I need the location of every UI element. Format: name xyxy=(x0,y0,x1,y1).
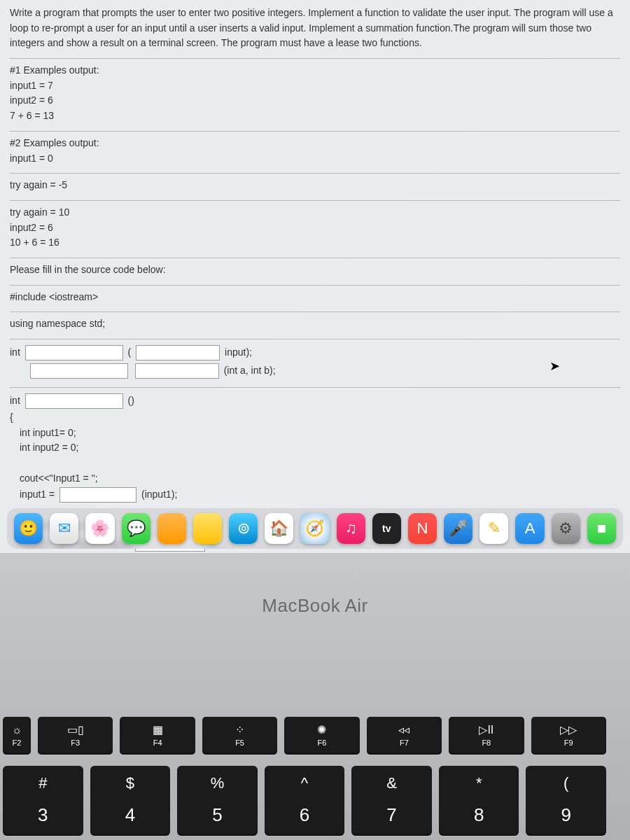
key-f7[interactable]: ◃◃ F7 xyxy=(367,717,442,755)
fast-forward-icon: ▷▷ xyxy=(560,724,577,736)
brightness-up-icon: ☼ xyxy=(12,724,22,736)
play-pause-icon: ▷II xyxy=(479,724,493,736)
keyboard-dim-icon: ⁘ xyxy=(235,724,244,736)
intro-text: Write a program that prompts the user to… xyxy=(10,6,620,51)
fill-instruction: Please fill in the source code below: xyxy=(10,262,620,278)
news-icon[interactable]: N xyxy=(408,513,437,544)
key-f2[interactable]: ☼ F2 xyxy=(3,717,31,755)
keyboard-bright-icon: ✺ xyxy=(317,724,326,736)
facetime-icon[interactable]: ■ xyxy=(587,513,616,544)
key-f8[interactable]: ▷II F8 xyxy=(449,717,524,755)
keynote-icon[interactable]: 🎤 xyxy=(444,513,472,544)
messages-icon[interactable]: 💬 xyxy=(122,513,150,544)
example2-heading: #2 Examples output: xyxy=(10,136,620,151)
key-4[interactable]: $ 4 xyxy=(90,766,171,836)
dock-app-yellow[interactable] xyxy=(193,513,222,544)
settings-icon[interactable]: ⚙ xyxy=(552,513,580,544)
example1-heading: #1 Examples output: xyxy=(10,63,620,78)
tv-icon[interactable]: tv xyxy=(372,513,401,544)
safari-icon[interactable]: 🧭 xyxy=(300,513,329,544)
key-3[interactable]: # 3 xyxy=(3,766,83,836)
code-blank-1[interactable] xyxy=(25,345,123,360)
code-blank-6[interactable] xyxy=(59,487,136,503)
key-f6[interactable]: ✺ F6 xyxy=(284,717,359,755)
code-blank-3[interactable] xyxy=(30,363,128,379)
key-8[interactable]: * 8 xyxy=(439,766,519,836)
appstore-icon[interactable]: A xyxy=(515,513,544,544)
function-key-row: ☼ F2 ▭▯ F3 ▦ F4 ⁘ F5 ✺ F6 ◃◃ F7 ▷II F8 ▷… xyxy=(0,717,630,755)
finder-icon[interactable]: 🙂 xyxy=(14,513,43,544)
key-7[interactable]: & 7 xyxy=(351,766,432,836)
dock-app-blue[interactable]: ⊚ xyxy=(229,513,258,544)
key-f5[interactable]: ⁘ F5 xyxy=(202,717,277,755)
problem-document: Write a program that prompts the user to… xyxy=(0,0,630,553)
cursor-icon: ➤ xyxy=(550,357,560,377)
key-f9[interactable]: ▷▷ F9 xyxy=(531,717,606,755)
photos-icon[interactable]: 🌸 xyxy=(85,513,114,544)
key-f4[interactable]: ▦ F4 xyxy=(120,717,195,755)
music-icon[interactable]: ♫ xyxy=(337,513,365,544)
code-blank-4[interactable] xyxy=(135,363,219,379)
freeform-icon[interactable]: ✎ xyxy=(479,513,508,544)
brand-label: MacBook Air xyxy=(0,553,630,617)
home-icon[interactable]: 🏠 xyxy=(265,513,293,544)
launchpad-icon: ▦ xyxy=(153,724,163,736)
mission-control-icon: ▭▯ xyxy=(67,724,84,736)
key-6[interactable]: ^ 6 xyxy=(265,766,345,836)
number-key-row: # 3 $ 4 % 5 ^ 6 & 7 * 8 ( 9 xyxy=(0,766,630,836)
key-f3[interactable]: ▭▯ F3 xyxy=(38,717,113,755)
code-blank-2[interactable] xyxy=(136,345,220,360)
dock: 🙂 ✉ 🌸 💬 ⊚ 🏠 🧭 ♫ tv N 🎤 ✎ A ⚙ ■ xyxy=(7,508,623,549)
rewind-icon: ◃◃ xyxy=(398,724,410,736)
key-9[interactable]: ( 9 xyxy=(526,766,606,836)
code-blank-5[interactable] xyxy=(25,393,123,409)
key-5[interactable]: % 5 xyxy=(177,766,258,836)
laptop-chassis: MacBook Air ☼ F2 ▭▯ F3 ▦ F4 ⁘ F5 ✺ F6 ◃◃… xyxy=(0,553,630,840)
dock-app-orange[interactable] xyxy=(158,513,186,544)
mail-icon[interactable]: ✉ xyxy=(50,513,78,544)
